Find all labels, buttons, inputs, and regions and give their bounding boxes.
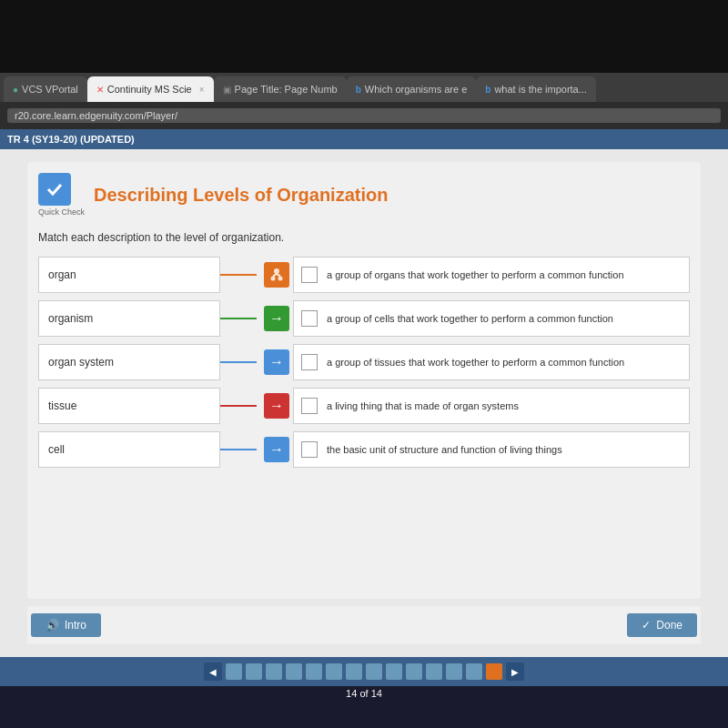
page-counter: 14 of 14 xyxy=(0,688,728,699)
checkbox-2[interactable] xyxy=(301,354,318,370)
connector-tissue: → xyxy=(220,388,293,424)
lesson-header: Quick Check Describing Levels of Organiz… xyxy=(38,173,690,217)
address-input[interactable] xyxy=(7,108,721,123)
prev-page-btn[interactable]: ◀ xyxy=(204,662,222,681)
checkbox-1[interactable] xyxy=(301,310,318,327)
svg-point-3 xyxy=(278,277,283,281)
instruction-text: Match each description to the level of o… xyxy=(38,231,690,244)
tab-what-is[interactable]: b what is the importa... xyxy=(476,76,596,102)
vcs-icon: ● xyxy=(13,85,18,95)
left-column: organ organism organ system tissue cell xyxy=(38,257,220,468)
page-dot-13[interactable] xyxy=(466,663,482,680)
page-dot-2[interactable] xyxy=(246,663,262,680)
checkbox-3[interactable] xyxy=(301,398,318,414)
page-header-label: TR 4 (SY19-20) (UPDATED) xyxy=(7,134,135,145)
continuity-icon: ✕ xyxy=(96,85,104,95)
done-button[interactable]: ✓ Done xyxy=(627,613,697,637)
page-dot-11[interactable] xyxy=(426,663,442,680)
page-dot-9[interactable] xyxy=(386,663,402,680)
connector-btn-organ-system[interactable]: → xyxy=(264,349,289,375)
tab-vcs-label: VCS VPortal xyxy=(22,84,78,95)
page-icon: ▣ xyxy=(223,85,231,95)
speaker-icon: 🔊 xyxy=(46,619,59,632)
page-dot-12[interactable] xyxy=(446,663,462,680)
left-item-cell: cell xyxy=(38,431,220,468)
svg-rect-0 xyxy=(45,179,65,199)
connector-btn-cell[interactable]: → xyxy=(264,437,289,462)
right-item-cells-together: a group of cells that work together to p… xyxy=(293,300,690,337)
svg-line-4 xyxy=(273,274,277,277)
tab-whatis-label: what is the importa... xyxy=(494,84,587,95)
lesson-title: Describing Levels of Organization xyxy=(94,185,388,206)
bing-icon-2: b xyxy=(485,85,490,95)
quick-check-icon xyxy=(38,173,71,206)
content-area: Quick Check Describing Levels of Organiz… xyxy=(27,162,701,599)
tab-bar: ● VCS VPortal ✕ Continuity MS Scie × ▣ P… xyxy=(0,73,728,102)
right-item-living-thing: a living thing that is made of organ sys… xyxy=(293,388,690,424)
page-dot-7[interactable] xyxy=(346,663,362,680)
connector-btn-tissue[interactable]: → xyxy=(264,393,289,419)
tab-continuity[interactable]: ✕ Continuity MS Scie × xyxy=(87,76,214,102)
next-page-btn[interactable]: ▶ xyxy=(506,662,524,681)
svg-point-2 xyxy=(271,277,276,281)
tab-close-btn[interactable]: × xyxy=(199,85,205,95)
checkmark-svg xyxy=(45,179,65,199)
connector-icon-organ xyxy=(268,267,285,283)
connector-btn-organ[interactable] xyxy=(264,262,289,288)
left-item-organ-system: organ system xyxy=(38,344,220,380)
address-bar xyxy=(0,102,728,129)
page-dot-5[interactable] xyxy=(306,663,322,680)
connector-organ xyxy=(220,257,293,293)
svg-line-5 xyxy=(277,274,280,277)
check-icon: ✓ xyxy=(642,619,651,632)
connector-cell: → xyxy=(220,431,293,468)
left-item-tissue: tissue xyxy=(38,388,220,424)
page-dot-4[interactable] xyxy=(286,663,302,680)
tab-organisms-label: Which organisms are e xyxy=(365,84,468,95)
page-dot-3[interactable] xyxy=(266,663,282,680)
left-item-organ: organ xyxy=(38,257,220,293)
right-item-tissues-together: a group of tissues that work together to… xyxy=(293,344,690,380)
tab-page-title[interactable]: ▣ Page Title: Page Numb xyxy=(214,76,347,102)
pagination-area: ◀ ▶ xyxy=(0,657,728,686)
checkbox-0[interactable] xyxy=(301,267,318,283)
page-header: TR 4 (SY19-20) (UPDATED) xyxy=(0,129,728,149)
tab-page-label: Page Title: Page Numb xyxy=(235,84,338,95)
checkbox-4[interactable] xyxy=(301,441,318,458)
page-dot-10[interactable] xyxy=(406,663,422,680)
bing-icon-1: b xyxy=(356,85,361,95)
page-dot-8[interactable] xyxy=(366,663,382,680)
connector-organ-system: → xyxy=(220,344,293,380)
page-dot-6[interactable] xyxy=(326,663,342,680)
connector-btn-organism[interactable]: → xyxy=(264,306,289,331)
page-dot-1[interactable] xyxy=(226,663,242,680)
tab-continuity-label: Continuity MS Scie xyxy=(107,84,192,95)
right-item-organs-together: a group of organs that work together to … xyxy=(293,257,690,293)
page-dot-14[interactable] xyxy=(486,663,502,680)
match-container: organ organism organ system tissue cell xyxy=(38,257,690,468)
connector-area: → → → → xyxy=(220,257,293,468)
bottom-area: 🔊 Intro ✓ Done xyxy=(27,606,701,644)
tab-vcs-vportal[interactable]: ● VCS VPortal xyxy=(4,76,87,102)
left-item-organism: organism xyxy=(38,300,220,337)
svg-point-1 xyxy=(274,268,279,274)
intro-button[interactable]: 🔊 Intro xyxy=(31,613,101,637)
tab-which-organisms[interactable]: b Which organisms are e xyxy=(347,76,477,102)
connector-organism: → xyxy=(220,300,293,337)
quick-check-label: Quick Check xyxy=(38,207,85,217)
right-column: a group of organs that work together to … xyxy=(293,257,690,468)
right-item-basic-unit: the basic unit of structure and function… xyxy=(293,431,690,468)
